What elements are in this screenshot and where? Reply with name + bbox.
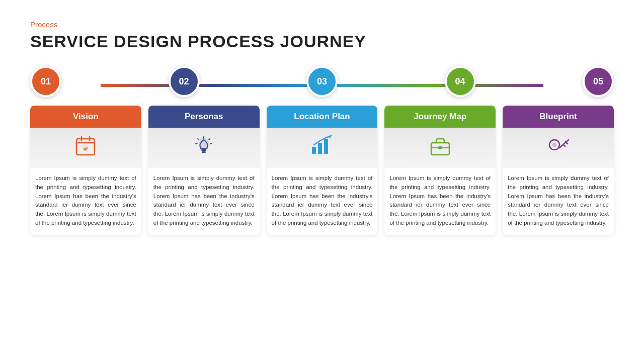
timeline-node-1: 01: [30, 66, 61, 97]
card-body-location-plan: Lorem Ipsum is simply dummy text of the …: [267, 168, 378, 235]
card-header-journey-map: Journey Map: [384, 106, 496, 128]
main-title: SERVICE DESIGN PROCESS JOURNEY: [30, 32, 614, 51]
svg-line-24: [566, 142, 568, 144]
svg-line-25: [563, 144, 565, 146]
svg-rect-20: [438, 146, 442, 149]
calendar-icon: [74, 135, 97, 161]
card-body-vision: Lorem Ipsum is simply dummy text of the …: [30, 168, 141, 235]
card-icon-area-blueprint: [503, 128, 614, 168]
timeline-nodes: 01 02 03 04 05: [30, 66, 614, 97]
card-header-vision: Vision: [30, 106, 141, 128]
timeline-node-2: 02: [169, 66, 200, 97]
card-location-plan: Location Plan Lorem Ipsum is simply dumm…: [267, 106, 378, 235]
key-icon: [546, 135, 571, 161]
timeline-node-4: 04: [445, 66, 476, 97]
svg-line-11: [209, 139, 210, 140]
card-icon-area-personas: [148, 128, 260, 168]
card-body-blueprint: Lorem Ipsum is simply dummy text of the …: [503, 168, 614, 235]
card-blueprint: Blueprint Lorem Ipsum is simply dummy te…: [503, 106, 614, 235]
bulb-icon: [193, 135, 215, 161]
card-journey-map: Journey Map Lorem Ipsum is simply dummy …: [384, 106, 496, 235]
svg-rect-8: [202, 151, 206, 153]
svg-rect-15: [318, 143, 322, 154]
timeline: 01 02 03 04 05: [30, 66, 614, 97]
card-icon-area-vision: [30, 128, 141, 168]
svg-line-10: [198, 139, 199, 140]
timeline-node-5: 05: [583, 66, 614, 97]
timeline-node-3: 03: [306, 66, 338, 97]
card-body-journey-map: Lorem Ipsum is simply dummy text of the …: [384, 168, 496, 235]
chart-icon: [310, 135, 334, 161]
svg-rect-14: [312, 147, 316, 154]
briefcase-icon: [428, 135, 452, 161]
cards-container: Vision Lorem Ipsum is simply dummy text …: [30, 106, 614, 235]
svg-rect-7: [201, 149, 206, 151]
svg-rect-16: [324, 139, 328, 154]
card-header-blueprint: Blueprint: [503, 106, 614, 128]
card-icon-area-journey: [384, 128, 496, 168]
card-personas: Personas Lorem I: [148, 106, 260, 235]
card-header-personas: Personas: [148, 106, 260, 128]
card-body-personas: Lorem Ipsum is simply dummy text of the …: [148, 168, 260, 235]
card-vision: Vision Lorem Ipsum is simply dummy text …: [30, 106, 141, 235]
svg-point-22: [552, 143, 556, 147]
card-icon-area-location: [267, 128, 378, 168]
slide: Process SERVICE DESIGN PROCESS JOURNEY: [0, 0, 644, 362]
card-header-location-plan: Location Plan: [267, 106, 378, 128]
category-label: Process: [30, 20, 614, 29]
